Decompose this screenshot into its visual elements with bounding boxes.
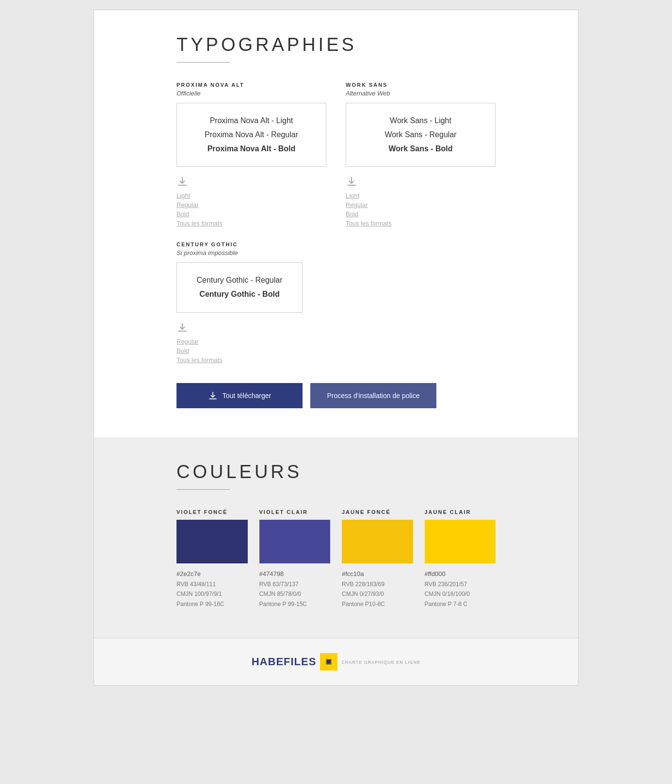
footer: HABEFILES CHARTE GRAPHIQUE EN LIGNE [94, 638, 578, 685]
worksans-light-text: Work Sans - Light [356, 114, 485, 128]
worksans-regular-text: Work Sans - Regular [356, 128, 485, 142]
footer-tagline: CHARTE GRAPHIQUE EN LIGNE [341, 660, 420, 665]
proxima-light-text: Proxima Nova Alt - Light [187, 114, 316, 128]
action-buttons: Tout télécharger Process d'installation … [176, 383, 496, 408]
couleurs-section: COULEURS VIOLET FONCÉ #2e2c7e RVB 43/48/… [94, 437, 578, 638]
download-all-button[interactable]: Tout télécharger [176, 383, 303, 408]
violet-fonce-swatch [176, 520, 248, 563]
proxima-preview-box: Proxima Nova Alt - Light Proxima Nova Al… [176, 103, 326, 167]
color-violet-fonce: VIOLET FONCÉ #2e2c7e RVB 43/48/111 CMJN … [176, 509, 248, 609]
jaune-fonce-cmjn: CMJN 0/27/93/0 [342, 591, 384, 597]
century-link-bold[interactable]: Bold [176, 347, 496, 354]
jaune-clair-swatch [425, 520, 496, 563]
worksans-label: WORK SANS [346, 82, 496, 88]
jaune-clair-rvb: RVB 236/201/57 [425, 581, 467, 588]
violet-fonce-hex: #2e2c7e [176, 570, 248, 577]
proxima-bold-text: Proxima Nova Alt - Bold [187, 142, 316, 156]
worksans-link-bold[interactable]: Bold [346, 210, 496, 218]
violet-fonce-rvb: RVB 43/48/111 [176, 581, 216, 588]
jaune-fonce-rvb: RVB 228/183/69 [342, 581, 384, 588]
proxima-link-bold[interactable]: Bold [176, 210, 326, 218]
violet-clair-hex: #474798 [259, 570, 331, 577]
couleurs-divider [176, 489, 230, 490]
violet-fonce-cmjn: CMJN 100/97/9/1 [176, 591, 222, 597]
install-process-button[interactable]: Process d'installation de police [310, 383, 436, 408]
color-jaune-fonce: JAUNE FONCÉ #fcc10a RVB 228/183/69 CMJN … [342, 509, 413, 609]
habefiles-icon-svg [323, 656, 334, 667]
jaune-clair-details: RVB 236/201/57 CMJN 0/18/100/0 Pantone P… [425, 579, 496, 609]
footer-logo-icon [320, 653, 337, 671]
proxima-label: PROXIMA NOVA ALT [176, 82, 326, 88]
footer-logo: HABEFILES CHARTE GRAPHIQUE EN LIGNE [252, 653, 421, 671]
typography-section: TYPOGRAPHIES PROXIMA NOVA ALT Officielle… [94, 10, 578, 437]
color-grid: VIOLET FONCÉ #2e2c7e RVB 43/48/111 CMJN … [176, 509, 496, 609]
page-wrapper: TYPOGRAPHIES PROXIMA NOVA ALT Officielle… [94, 10, 578, 686]
install-process-label: Process d'installation de police [327, 392, 419, 400]
violet-fonce-details: RVB 43/48/111 CMJN 100/97/9/1 Pantone P … [176, 579, 248, 609]
violet-clair-rvb: RVB 63/73/137 [259, 581, 299, 588]
violet-clair-label: VIOLET CLAIR [259, 509, 331, 515]
couleurs-title: COULEURS [176, 462, 496, 482]
worksans-bold-text: Work Sans - Bold [356, 142, 485, 156]
century-link-regular[interactable]: Regular [176, 338, 496, 345]
jaune-fonce-swatch [342, 520, 413, 563]
century-links: Regular Bold Tous les formats [176, 338, 496, 364]
section-divider [176, 62, 230, 63]
jaune-fonce-details: RVB 228/183/69 CMJN 0/27/93/0 Pantone P1… [342, 579, 413, 609]
footer-logo-text: HABEFILES [252, 656, 317, 668]
worksans-link-regular[interactable]: Regular [346, 201, 496, 208]
jaune-fonce-label: JAUNE FONCÉ [342, 509, 413, 515]
century-regular-text: Century Gothic - Regular [187, 273, 292, 288]
download-all-icon [208, 391, 218, 400]
color-jaune-clair: JAUNE CLAIR #ffd000 RVB 236/201/57 CMJN … [425, 509, 496, 609]
jaune-fonce-hex: #fcc10a [342, 570, 413, 577]
century-bold-text: Century Gothic - Bold [187, 288, 292, 302]
worksans-link-all[interactable]: Tous les formats [346, 220, 496, 227]
jaune-clair-label: JAUNE CLAIR [425, 509, 496, 515]
proxima-link-light[interactable]: Light [176, 192, 326, 199]
typography-title: TYPOGRAPHIES [176, 34, 496, 55]
violet-clair-pantone: Pantone P 99-15C [259, 601, 307, 608]
century-link-all[interactable]: Tous les formats [176, 356, 496, 364]
jaune-fonce-pantone: Pantone P10-8C [342, 601, 385, 608]
proxima-sublabel: Officielle [176, 90, 326, 97]
jaune-clair-pantone: Pantone P 7-8 C [425, 601, 468, 608]
century-label: CENTURY GOTHIC [176, 241, 496, 247]
proxima-regular-text: Proxima Nova Alt - Regular [187, 128, 316, 142]
proxima-links: Light Regular Bold Tous les formats [176, 192, 326, 227]
jaune-clair-hex: #ffd000 [425, 570, 496, 577]
download-icon-century[interactable] [176, 321, 188, 333]
svg-rect-2 [327, 660, 331, 664]
century-preview-box: Century Gothic - Regular Century Gothic … [176, 262, 303, 313]
color-violet-clair: VIOLET CLAIR #474798 RVB 63/73/137 CMJN … [259, 509, 331, 609]
jaune-clair-cmjn: CMJN 0/18/100/0 [425, 591, 470, 597]
century-sublabel: Si proxima impossible [176, 249, 496, 256]
worksans-link-light[interactable]: Light [346, 192, 496, 199]
century-gothic-row: CENTURY GOTHIC Si proxima impossible Cen… [176, 241, 496, 364]
violet-fonce-label: VIOLET FONCÉ [176, 509, 248, 515]
violet-clair-details: RVB 63/73/137 CMJN 85/78/0/0 Pantone P 9… [259, 579, 331, 609]
violet-clair-swatch [259, 520, 331, 563]
proxima-link-regular[interactable]: Regular [176, 201, 326, 208]
worksans-preview-box: Work Sans - Light Work Sans - Regular Wo… [346, 103, 496, 167]
worksans-links: Light Regular Bold Tous les formats [346, 192, 496, 227]
work-sans-col: WORK SANS Alternative Web Work Sans - Li… [346, 82, 496, 227]
violet-fonce-pantone: Pantone P 99-16C [176, 601, 224, 608]
proxima-link-all[interactable]: Tous les formats [176, 220, 326, 227]
violet-clair-cmjn: CMJN 85/78/0/0 [259, 591, 302, 597]
download-icon-proxima[interactable] [176, 176, 188, 187]
proxima-nova-col: PROXIMA NOVA ALT Officielle Proxima Nova… [176, 82, 326, 227]
primary-fonts-grid: PROXIMA NOVA ALT Officielle Proxima Nova… [176, 82, 496, 227]
worksans-sublabel: Alternative Web [346, 90, 496, 97]
download-icon-worksans[interactable] [346, 176, 357, 187]
download-all-label: Tout télécharger [223, 392, 271, 400]
